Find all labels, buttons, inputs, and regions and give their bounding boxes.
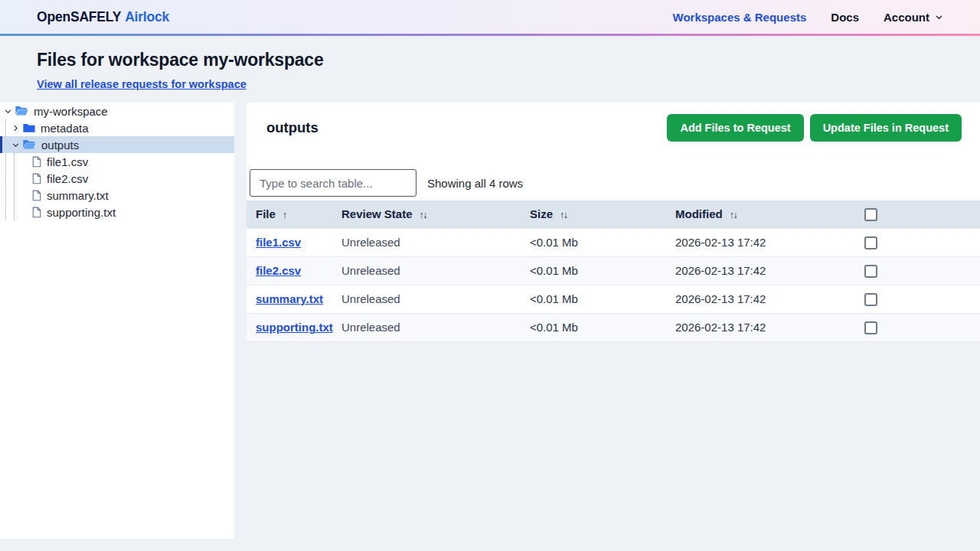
nav-workspaces-link[interactable]: Workspaces & Requests xyxy=(673,11,807,24)
tree-item-file1.csv[interactable]: file1.csv xyxy=(0,153,234,170)
column-header-select xyxy=(859,201,980,228)
nav-docs-link[interactable]: Docs xyxy=(831,11,859,24)
table-row: file1.csvUnreleased<0.01 Mb2026-02-13 17… xyxy=(247,228,980,256)
file-modified: 2026-02-13 17:42 xyxy=(666,256,859,285)
nav-links: Workspaces & Requests Docs Account xyxy=(673,11,943,24)
file-tree: my-workspacemetadataoutputsfile1.csvfile… xyxy=(0,103,234,220)
sort-toggle-icon: ↑↓ xyxy=(420,210,427,220)
tree-item-label: metadata xyxy=(41,122,89,135)
files-table: File↑Review State↑↓Size↑↓Modified↑↓ file… xyxy=(247,201,980,342)
view-release-requests-link[interactable]: View all release requests for workspace xyxy=(37,78,247,90)
folder-open-icon xyxy=(23,139,36,150)
chevron-down-icon[interactable] xyxy=(11,141,21,149)
row-checkbox[interactable] xyxy=(864,265,877,278)
table-row: supporting.txtUnreleased<0.01 Mb2026-02-… xyxy=(247,313,980,341)
column-header-label: Size xyxy=(530,207,553,220)
file-link[interactable]: file1.csv xyxy=(256,236,301,249)
file-icon xyxy=(32,156,41,168)
file-size: <0.01 Mb xyxy=(521,256,666,285)
review-state: Unreleased xyxy=(341,292,400,305)
tree-item-file2.csv[interactable]: file2.csv xyxy=(0,170,234,187)
review-state: Unreleased xyxy=(341,321,400,334)
column-header-modified[interactable]: Modified↑↓ xyxy=(666,201,859,228)
row-count-text: Showing all 4 rows xyxy=(427,177,523,190)
row-checkbox[interactable] xyxy=(864,236,877,249)
file-modified: 2026-02-13 17:42 xyxy=(666,228,859,256)
add-files-button[interactable]: Add Files to Request xyxy=(667,114,803,142)
folder-open-icon xyxy=(15,106,28,116)
table-body: file1.csvUnreleased<0.01 Mb2026-02-13 17… xyxy=(247,228,980,341)
update-files-button[interactable]: Update Files in Request xyxy=(810,114,962,142)
folder-title: outputs xyxy=(266,119,661,136)
column-header-label: Review State xyxy=(341,207,413,220)
column-header-file[interactable]: File↑ xyxy=(247,201,332,228)
column-header-label: Modified xyxy=(675,207,723,220)
file-size: <0.01 Mb xyxy=(521,228,666,256)
sort-ascending-icon: ↑ xyxy=(283,210,287,220)
top-navbar: OpenSAFELYAirlock Workspaces & Requests … xyxy=(0,0,980,34)
row-checkbox[interactable] xyxy=(864,293,877,306)
nav-account-menu[interactable]: Account xyxy=(884,11,943,24)
column-header-review-state[interactable]: Review State↑↓ xyxy=(332,201,521,228)
sidebar: my-workspacemetadataoutputsfile1.csvfile… xyxy=(0,103,234,539)
select-all-checkbox[interactable] xyxy=(864,208,877,221)
table-row: file2.csvUnreleased<0.01 Mb2026-02-13 17… xyxy=(247,256,980,285)
tree-item-label: file1.csv xyxy=(47,155,88,168)
tree-item-label: file2.csv xyxy=(47,172,88,185)
tree-item-label: summary.txt xyxy=(47,189,109,202)
tree-item-metadata[interactable]: metadata xyxy=(0,119,234,136)
table-controls: Showing all 4 rows xyxy=(247,169,980,197)
file-link[interactable]: summary.txt xyxy=(256,292,323,305)
file-icon xyxy=(32,207,41,218)
table-header-row: File↑Review State↑↓Size↑↓Modified↑↓ xyxy=(247,201,980,228)
file-link[interactable]: supporting.txt xyxy=(256,321,333,334)
tree-item-label: outputs xyxy=(41,139,79,152)
file-modified: 2026-02-13 17:42 xyxy=(666,313,859,341)
sort-toggle-icon: ↑↓ xyxy=(730,210,737,220)
brand-product: Airlock xyxy=(125,9,169,24)
chevron-down-icon xyxy=(935,13,943,21)
page-title: Files for workspace my-workspace xyxy=(37,50,943,70)
chevron-down-icon[interactable] xyxy=(3,107,13,116)
folder-icon xyxy=(23,123,35,133)
tree-item-outputs[interactable]: outputs xyxy=(0,136,234,153)
file-size: <0.01 Mb xyxy=(521,313,666,341)
review-state: Unreleased xyxy=(341,236,400,249)
brand-name: OpenSAFELY xyxy=(37,9,121,24)
table-row: summary.txtUnreleased<0.01 Mb2026-02-13 … xyxy=(247,285,980,313)
tree-item-summary.txt[interactable]: summary.txt xyxy=(0,187,234,204)
brand-logo[interactable]: OpenSAFELYAirlock xyxy=(37,9,169,25)
file-link[interactable]: file2.csv xyxy=(256,264,301,277)
column-header-label: File xyxy=(256,207,276,220)
file-modified: 2026-02-13 17:42 xyxy=(666,285,859,313)
sort-toggle-icon: ↑↓ xyxy=(560,210,567,220)
file-size: <0.01 Mb xyxy=(521,285,666,313)
content-area: my-workspacemetadataoutputsfile1.csvfile… xyxy=(0,103,980,539)
nav-account-label: Account xyxy=(884,11,929,24)
tree-item-label: my-workspace xyxy=(34,105,108,118)
row-checkbox[interactable] xyxy=(864,321,877,334)
review-state: Unreleased xyxy=(341,264,400,277)
file-icon xyxy=(32,173,41,184)
tree-item-label: supporting.txt xyxy=(47,206,116,219)
page-header: Files for workspace my-workspace View al… xyxy=(0,36,980,103)
tree-item-supporting.txt[interactable]: supporting.txt xyxy=(0,204,234,220)
search-input[interactable] xyxy=(250,169,416,197)
file-icon xyxy=(32,190,41,201)
chevron-right-icon[interactable] xyxy=(11,124,21,132)
panel-head: outputs Add Files to Request Update File… xyxy=(247,103,980,142)
column-header-size[interactable]: Size↑↓ xyxy=(521,201,666,228)
tree-item-my-workspace[interactable]: my-workspace xyxy=(0,103,234,119)
main-panel: outputs Add Files to Request Update File… xyxy=(247,103,980,342)
